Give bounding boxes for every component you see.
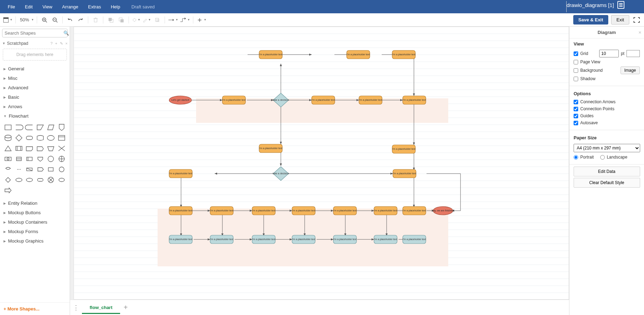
section-mockup-buttons[interactable]: ▶Mockup Buttons [0, 208, 70, 217]
diagram-canvas[interactable]: Let's get started! take a decision take … [74, 27, 569, 315]
help-icon[interactable]: ? [50, 41, 53, 46]
section-flowchart[interactable]: ▼Flowchart [0, 111, 70, 121]
zoom-in-button[interactable] [40, 15, 49, 24]
connection-style-button[interactable]: ▼ [168, 15, 178, 24]
menu-arrange[interactable]: Arrange [57, 0, 83, 13]
conn-points-checkbox[interactable] [574, 107, 578, 111]
section-misc[interactable]: ▶Misc [0, 74, 70, 83]
page-tab[interactable]: flow_chart [82, 301, 120, 314]
flowchart-shape[interactable] [3, 185, 14, 196]
flowchart-shape[interactable] [3, 133, 14, 143]
flowchart-shape[interactable] [46, 143, 56, 154]
flowchart-shape[interactable] [3, 122, 14, 133]
flowchart-shape[interactable] [24, 164, 35, 175]
grid-size-input[interactable] [599, 50, 619, 57]
flowchart-shape[interactable] [46, 154, 56, 164]
undo-button[interactable] [65, 15, 75, 24]
flowchart-shape[interactable] [24, 133, 35, 143]
menu-view[interactable]: View [37, 0, 57, 13]
flowchart-shape[interactable] [35, 143, 46, 154]
page-view-dropdown[interactable]: ▼ [3, 15, 13, 24]
menu-extras[interactable]: Extras [83, 0, 106, 13]
guides-checkbox[interactable] [574, 114, 578, 118]
plus-icon[interactable]: + [55, 41, 57, 46]
grid-color-swatch[interactable] [626, 50, 640, 57]
paper-size-select[interactable]: A4 (210 mm x 297 mm) [574, 144, 640, 152]
search-input[interactable] [5, 30, 63, 36]
shadow-checkbox[interactable] [574, 77, 578, 81]
flowchart-shape[interactable] [35, 122, 46, 133]
section-basic[interactable]: ▶Basic [0, 92, 70, 102]
section-advanced[interactable]: ▶Advanced [0, 83, 70, 92]
waypoint-style-button[interactable]: ▼ [180, 15, 190, 24]
section-mockup-containers[interactable]: ▶Mockup Containers [0, 217, 70, 227]
edit-data-button[interactable]: Edit Data [574, 167, 640, 176]
flowchart-shape[interactable] [3, 143, 14, 154]
flowchart-shape[interactable] [14, 122, 25, 133]
svg-text:take a decision: take a decision [273, 172, 289, 175]
flowchart-shape[interactable] [56, 164, 67, 175]
background-checkbox[interactable] [574, 68, 578, 73]
pages-menu-button[interactable]: ⋮ [70, 304, 82, 312]
flowchart-shape[interactable] [14, 143, 25, 154]
flowchart-shape[interactable] [56, 143, 67, 154]
svg-text:Yay, we are finished!: Yay, we are finished! [432, 209, 454, 212]
pageview-checkbox[interactable] [574, 60, 578, 64]
portrait-radio[interactable] [574, 155, 578, 160]
insert-button[interactable]: ＋▼ [196, 15, 207, 24]
flowchart-shape[interactable] [56, 175, 67, 185]
flowchart-shape[interactable] [46, 164, 56, 175]
flowchart-shape[interactable] [3, 175, 14, 185]
exit-button[interactable]: Exit [611, 15, 629, 24]
menu-file[interactable]: File [3, 0, 20, 13]
flowchart-shape[interactable] [14, 154, 25, 164]
flowchart-shape[interactable] [3, 154, 14, 164]
section-entity-relation[interactable]: ▶Entity Relation [0, 198, 70, 208]
more-shapes-button[interactable]: + More Shapes... [0, 302, 70, 315]
flowchart-shape[interactable] [35, 154, 46, 164]
section-mockup-forms[interactable]: ▶Mockup Forms [0, 227, 70, 236]
svg-line-3 [46, 21, 47, 22]
close-icon[interactable]: × [638, 30, 641, 35]
flowchart-shape[interactable] [3, 164, 14, 175]
conn-arrows-checkbox[interactable] [574, 100, 578, 104]
grid-checkbox[interactable] [574, 51, 578, 56]
search-shapes[interactable]: 🔍 [2, 29, 68, 37]
flowchart-shape[interactable] [56, 122, 67, 133]
flowchart-shape[interactable] [35, 133, 46, 143]
fullscreen-button[interactable] [632, 15, 641, 24]
flowchart-shape[interactable] [24, 154, 35, 164]
close-icon[interactable]: × [65, 41, 68, 46]
zoom-out-button[interactable] [50, 15, 60, 24]
flowchart-shape[interactable] [46, 133, 56, 143]
flowchart-shape[interactable] [14, 164, 25, 175]
flowchart-shape[interactable] [14, 175, 25, 185]
section-arrows[interactable]: ▶Arrows [0, 102, 70, 111]
flowchart-shape[interactable] [24, 175, 35, 185]
redo-button[interactable] [76, 15, 85, 24]
add-page-button[interactable]: + [120, 303, 131, 312]
menu-edit[interactable]: Edit [20, 0, 37, 13]
flowchart-shape[interactable] [46, 122, 56, 133]
clear-style-button[interactable]: Clear Default Style [574, 178, 640, 188]
chevron-down-icon[interactable]: ▼ [2, 42, 6, 45]
flowchart-shape[interactable] [35, 175, 46, 185]
flowchart-shape[interactable] [46, 175, 56, 185]
document-icon[interactable] [617, 1, 624, 9]
section-general[interactable]: ▶General [0, 64, 70, 74]
flowchart-shape[interactable] [24, 122, 35, 133]
autosave-checkbox[interactable] [574, 121, 578, 125]
menu-help[interactable]: Help [106, 0, 125, 13]
scratchpad-drop[interactable]: Drag elements here [3, 49, 67, 61]
edit-icon[interactable]: ✎ [60, 41, 63, 46]
zoom-select[interactable]: 50% ▼ [19, 15, 34, 24]
flowchart-shape[interactable] [35, 164, 46, 175]
flowchart-shape[interactable] [24, 143, 35, 154]
flowchart-shape[interactable] [56, 133, 67, 143]
landscape-radio[interactable] [600, 155, 605, 160]
section-mockup-graphics[interactable]: ▶Mockup Graphics [0, 236, 70, 246]
save-exit-button[interactable]: Save & Exit [573, 15, 609, 24]
background-image-button[interactable]: Image [621, 66, 640, 74]
flowchart-shape[interactable] [14, 133, 25, 143]
flowchart-shape[interactable] [56, 154, 67, 164]
